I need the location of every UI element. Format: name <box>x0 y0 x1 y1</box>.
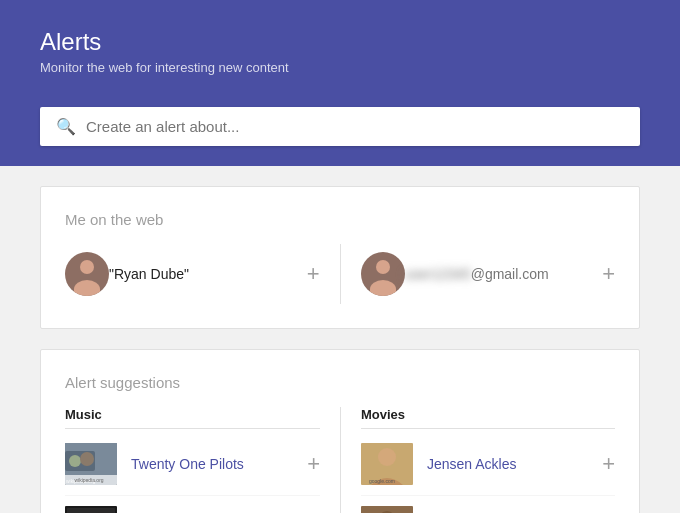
svg-text:wikipedia.org: wikipedia.org <box>66 478 95 484</box>
suggestion-kevin-durant: google.com Kevin Durant + <box>361 496 615 513</box>
web-item-ryan: "Ryan Dube" + <box>65 244 320 304</box>
music-col-title: Music <box>65 407 320 429</box>
avatar-gmail <box>361 252 405 296</box>
search-bar[interactable]: 🔍 <box>40 107 640 146</box>
add-alert-ryan-button[interactable]: + <box>307 263 320 285</box>
web-items-list: "Ryan Dube" + user12345@gmail.com + <box>65 244 615 304</box>
suggestions-grid: Music wikipedia.org Twenty One Pilots <box>65 407 615 513</box>
suggestion-thumb-jensen: google.com <box>361 443 413 485</box>
add-alert-gmail-button[interactable]: + <box>602 263 615 285</box>
search-input[interactable] <box>86 118 624 135</box>
page-subtitle: Monitor the web for interesting new cont… <box>40 60 640 75</box>
suggestion-jensen-ackles: google.com Jensen Ackles + <box>361 433 615 496</box>
suggestion-label-twenty-one-pilots: Twenty One Pilots <box>131 456 299 472</box>
svg-point-3 <box>80 452 94 466</box>
svg-point-2 <box>69 455 81 467</box>
svg-rect-6 <box>67 508 115 513</box>
avatar-ryan <box>65 252 109 296</box>
me-on-web-card: Me on the web "Ryan Dube" + user12345@gm… <box>40 186 640 329</box>
suggestion-tool: blabbermouth Tool + <box>65 496 320 513</box>
header: Alerts Monitor the web for interesting n… <box>0 0 680 107</box>
web-item-label-gmail: user12345@gmail.com <box>405 266 595 282</box>
search-icon: 🔍 <box>56 117 76 136</box>
suggestion-thumb-kevin: google.com <box>361 506 413 513</box>
svg-text:google.com: google.com <box>369 478 395 484</box>
web-item-gmail: user12345@gmail.com + <box>340 244 616 304</box>
svg-point-11 <box>378 448 396 466</box>
search-bar-wrapper: 🔍 <box>0 107 680 166</box>
add-alert-jensen-button[interactable]: + <box>602 453 615 475</box>
page-title: Alerts <box>40 28 640 56</box>
suggestions-col-music: Music wikipedia.org Twenty One Pilots <box>65 407 340 513</box>
me-on-web-title: Me on the web <box>65 211 615 228</box>
main-content: Me on the web "Ryan Dube" + user12345@gm… <box>0 166 680 513</box>
blurred-email: user12345 <box>405 266 471 282</box>
suggestions-col-movies: Movies google.com Jensen Ackles + <box>340 407 615 513</box>
movies-col-title: Movies <box>361 407 615 429</box>
suggestion-twenty-one-pilots: wikipedia.org Twenty One Pilots + <box>65 433 320 496</box>
suggestion-label-jensen: Jensen Ackles <box>427 456 594 472</box>
gmail-suffix: @gmail.com <box>471 266 549 282</box>
add-alert-twenty-one-pilots-button[interactable]: + <box>307 453 320 475</box>
alert-suggestions-title: Alert suggestions <box>65 374 615 391</box>
suggestion-thumb-tool: blabbermouth <box>65 506 117 513</box>
web-item-label-ryan: "Ryan Dube" <box>109 266 299 282</box>
suggestion-thumb-twenty-one-pilots: wikipedia.org <box>65 443 117 485</box>
alert-suggestions-card: Alert suggestions Music wikipedia.org <box>40 349 640 513</box>
